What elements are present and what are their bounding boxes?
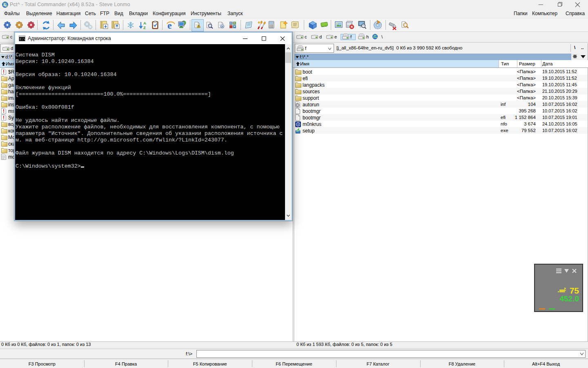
svg-text:C: C: [5, 4, 7, 8]
svg-text:C:\: C:\: [20, 38, 25, 41]
svg-text:A: A: [143, 21, 146, 25]
svg-text:Z: Z: [143, 25, 146, 30]
